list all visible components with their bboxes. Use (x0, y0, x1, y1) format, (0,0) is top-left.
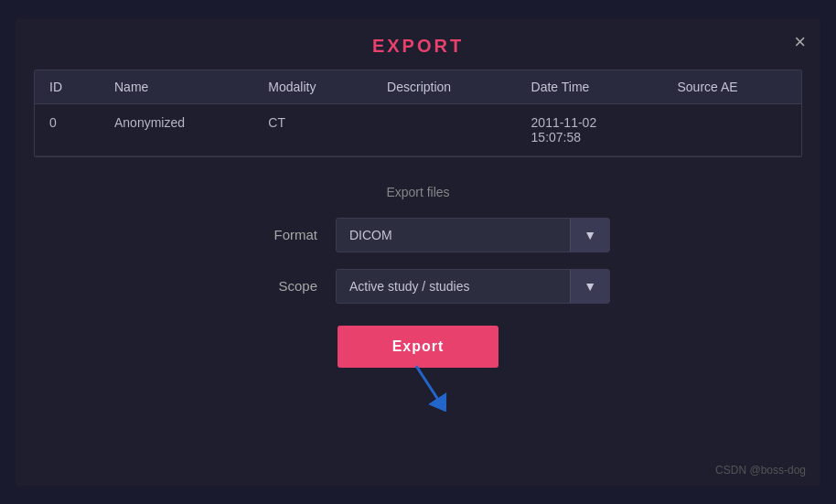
col-header-id: ID (35, 70, 100, 104)
format-label: Format (226, 227, 317, 242)
format-select[interactable]: DICOM ▼ (336, 218, 610, 252)
scope-row: Scope Active study / studies ▼ (226, 269, 610, 304)
export-files-label: Export files (386, 185, 449, 199)
arrow-indicator (407, 361, 462, 412)
table-row: 0AnonymizedCT2011-11-02 15:07:58 (35, 103, 801, 155)
table-cell: 0 (35, 103, 100, 155)
scope-dropdown-arrow[interactable]: ▼ (570, 270, 609, 303)
dialog-header: EXPORT × (16, 19, 820, 70)
format-row: Format DICOM ▼ (226, 218, 610, 252)
svg-line-1 (416, 366, 442, 405)
col-header-source-ae: Source AE (662, 70, 801, 104)
table-cell (662, 103, 801, 155)
col-header-modality: Modality (253, 70, 372, 104)
col-header-description: Description (372, 70, 516, 104)
format-dropdown-arrow[interactable]: ▼ (570, 219, 609, 252)
dialog-title: EXPORT (372, 36, 464, 57)
scope-select[interactable]: Active study / studies ▼ (336, 269, 610, 304)
scope-value: Active study / studies (337, 270, 570, 303)
data-table: ID Name Modality Description Date Time S… (35, 70, 801, 156)
table-header-row: ID Name Modality Description Date Time S… (35, 70, 801, 104)
table-container: ID Name Modality Description Date Time S… (34, 70, 802, 157)
format-value: DICOM (337, 219, 570, 252)
col-header-name: Name (100, 70, 253, 104)
table-cell: CT (253, 103, 372, 155)
export-section: Export files Format DICOM ▼ Scope Active… (16, 176, 820, 386)
table-cell: 2011-11-02 15:07:58 (517, 103, 663, 155)
table-cell: Anonymized (100, 103, 253, 155)
col-header-datetime: Date Time (517, 70, 663, 104)
watermark: CSDN @boss-dog (715, 464, 806, 477)
table-wrapper: ID Name Modality Description Date Time S… (16, 70, 820, 157)
close-button[interactable]: × (794, 32, 806, 52)
scope-label: Scope (226, 278, 317, 294)
table-cell (372, 103, 516, 155)
export-dialog: EXPORT × ID Name Modality Description Da… (16, 19, 820, 486)
